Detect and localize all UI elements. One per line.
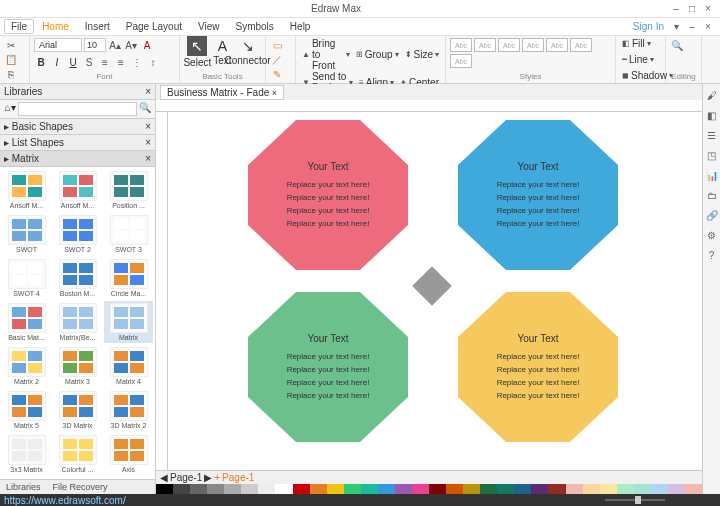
color-swatch[interactable]: [685, 484, 702, 494]
color-swatch[interactable]: [344, 484, 361, 494]
color-swatch[interactable]: [207, 484, 224, 494]
shape-item[interactable]: Basic Mat...: [2, 301, 51, 343]
color-swatch[interactable]: [514, 484, 531, 494]
shape-item[interactable]: 3x3 Matrix: [2, 433, 51, 475]
bring-front[interactable]: ▲ Bring to Front ▾: [300, 38, 352, 71]
color-swatch[interactable]: [548, 484, 565, 494]
group-btn[interactable]: ⊞ Group ▾: [354, 49, 401, 60]
sidebar-section[interactable]: ▸ Basic Shapes×: [0, 119, 155, 135]
tab-libraries[interactable]: Libraries: [0, 480, 47, 494]
color-swatch[interactable]: [429, 484, 446, 494]
color-swatch[interactable]: [310, 484, 327, 494]
color-swatch[interactable]: [600, 484, 617, 494]
canvas[interactable]: Your TextReplace your text here!Replace …: [168, 112, 702, 470]
tab-insert[interactable]: Insert: [77, 19, 118, 34]
rt-layer-icon[interactable]: ☰: [706, 130, 718, 142]
font-color-icon[interactable]: A: [140, 38, 154, 52]
rt-note-icon[interactable]: 🗀: [706, 190, 718, 202]
rt-settings-icon[interactable]: ⚙: [706, 230, 718, 242]
tab-view[interactable]: View: [190, 19, 228, 34]
color-swatch[interactable]: [583, 484, 600, 494]
align-left-icon[interactable]: ≡: [98, 55, 112, 69]
shape-item[interactable]: Circle Ma...: [104, 257, 153, 299]
page-add[interactable]: +: [214, 472, 220, 483]
color-swatch[interactable]: [293, 484, 310, 494]
zoom-fit-icon[interactable]: ⊡: [708, 495, 716, 506]
fill-btn[interactable]: ◧ Fill ▾: [620, 38, 661, 49]
octagon-shape[interactable]: Your TextReplace your text here!Replace …: [248, 120, 408, 270]
shape-item[interactable]: Matrix(Be...: [53, 301, 102, 343]
color-swatch[interactable]: [531, 484, 548, 494]
color-swatches[interactable]: [156, 484, 702, 494]
ribbon-help-icon[interactable]: ×: [700, 21, 716, 32]
shape-item[interactable]: 3D Matrix 2: [104, 389, 153, 431]
line-btn[interactable]: ━ Line ▾: [620, 54, 661, 65]
octagon-shape[interactable]: Your TextReplace your text here!Replace …: [248, 292, 408, 442]
connector-tool[interactable]: ↘Connector: [234, 38, 262, 66]
search-icon[interactable]: 🔍: [137, 102, 153, 116]
minimize-icon[interactable]: –: [668, 3, 684, 14]
rt-link-icon[interactable]: 🔗: [706, 210, 718, 222]
color-swatch[interactable]: [361, 484, 378, 494]
shape-item[interactable]: Ansoff M...: [53, 169, 102, 211]
home-icon[interactable]: ⌂▾: [2, 102, 18, 116]
font-size-select[interactable]: [84, 38, 106, 52]
color-swatch[interactable]: [617, 484, 634, 494]
page-nav[interactable]: Page-1: [170, 472, 202, 483]
bold-icon[interactable]: B: [34, 55, 48, 69]
style-preset[interactable]: Abc: [474, 38, 496, 52]
shape-item[interactable]: Matrix 5: [2, 389, 51, 431]
shape-item[interactable]: Position ...: [104, 169, 153, 211]
ribbon-min-icon[interactable]: –: [684, 21, 700, 32]
shadow-btn[interactable]: ◼ Shadow ▾: [620, 70, 661, 81]
color-swatch[interactable]: [446, 484, 463, 494]
pencil-icon[interactable]: ✎: [270, 67, 284, 81]
align-center-icon[interactable]: ≡: [114, 55, 128, 69]
select-tool[interactable]: ↖Select: [183, 38, 211, 66]
color-swatch[interactable]: [224, 484, 241, 494]
view-normal-icon[interactable]: ▦: [565, 495, 574, 506]
spacing-icon[interactable]: ↕: [146, 55, 160, 69]
rect-shape-icon[interactable]: ▭: [270, 38, 284, 52]
shape-item[interactable]: SWOT: [2, 213, 51, 255]
shape-item[interactable]: Axis: [104, 433, 153, 475]
sidebar-section[interactable]: ▸ List Shapes×: [0, 135, 155, 151]
page-next-icon[interactable]: ▶: [204, 472, 212, 483]
style-preset[interactable]: Abc: [450, 38, 472, 52]
rt-theme-icon[interactable]: ◧: [706, 110, 718, 122]
size-btn[interactable]: ⬍ Size ▾: [403, 49, 441, 60]
color-swatch[interactable]: [412, 484, 429, 494]
shape-item[interactable]: Colorful ...: [53, 433, 102, 475]
color-swatch[interactable]: [480, 484, 497, 494]
shape-item[interactable]: Matrix 4: [104, 345, 153, 387]
rt-chart-icon[interactable]: 📊: [706, 170, 718, 182]
shape-item[interactable]: Ansoff M...: [2, 169, 51, 211]
tab-page-layout[interactable]: Page Layout: [118, 19, 190, 34]
page-active[interactable]: Page-1: [222, 472, 254, 483]
font-name-select[interactable]: [34, 38, 82, 52]
tab-help[interactable]: Help: [282, 19, 319, 34]
tab-file-recovery[interactable]: File Recovery: [47, 480, 114, 494]
shape-item[interactable]: SWOT 4: [2, 257, 51, 299]
color-swatch[interactable]: [395, 484, 412, 494]
find-icon[interactable]: 🔍: [670, 38, 684, 52]
style-preset[interactable]: Abc: [522, 38, 544, 52]
style-preset[interactable]: Abc: [498, 38, 520, 52]
color-swatch[interactable]: [173, 484, 190, 494]
strike-icon[interactable]: S: [82, 55, 96, 69]
decrease-font-icon[interactable]: A▾: [124, 38, 138, 52]
rt-brush-icon[interactable]: 🖌: [706, 90, 718, 102]
underline-icon[interactable]: U: [66, 55, 80, 69]
close-icon[interactable]: ×: [700, 3, 716, 14]
shape-item[interactable]: SWOT 2: [53, 213, 102, 255]
shape-item[interactable]: Boston M...: [53, 257, 102, 299]
cut-icon[interactable]: ✂: [4, 38, 18, 52]
maximize-icon[interactable]: □: [684, 3, 700, 14]
tab-file[interactable]: File: [4, 19, 34, 34]
shape-item[interactable]: Matrix 3: [53, 345, 102, 387]
color-swatch[interactable]: [566, 484, 583, 494]
copy-icon[interactable]: ⎘: [4, 67, 18, 81]
tab-symbols[interactable]: Symbols: [228, 19, 282, 34]
shape-item[interactable]: Matrix 2: [2, 345, 51, 387]
tab-home[interactable]: Home: [34, 19, 77, 34]
